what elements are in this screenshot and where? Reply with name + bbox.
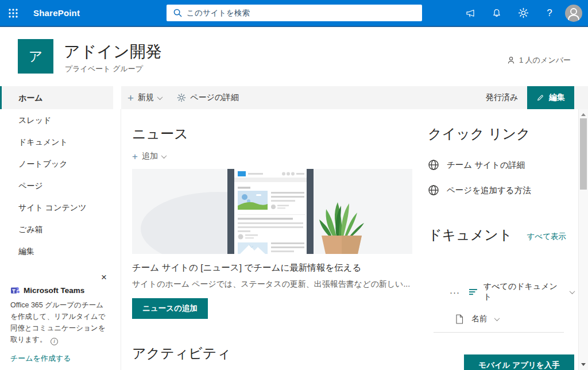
overflow-menu-icon[interactable]: ··· — [450, 287, 460, 297]
news-card-description: サイトのホーム ページでは、ステータスの更新、出張報告書などの新しい... — [132, 279, 412, 290]
pencil-icon — [536, 94, 544, 102]
name-column-header[interactable]: 名前 — [455, 314, 499, 324]
teams-logo-icon — [10, 286, 20, 295]
plus-icon: + — [132, 152, 138, 161]
quick-link-how-to-add-page[interactable]: ページを追加する方法 — [428, 184, 531, 196]
add-news-button[interactable]: ニュースの追加 — [132, 298, 208, 319]
megaphone-icon[interactable] — [457, 0, 483, 26]
create-team-link[interactable]: チームを作成する — [10, 353, 108, 364]
chevron-down-icon — [161, 153, 167, 159]
members-count[interactable]: 1 人のメンバー — [506, 55, 571, 65]
gear-icon — [177, 93, 186, 102]
scroll-up-arrow-icon[interactable] — [581, 113, 586, 116]
account-avatar[interactable] — [565, 5, 582, 22]
see-all-link[interactable]: すべて表示 — [527, 232, 566, 242]
sidebar-item-home[interactable]: ホーム — [0, 86, 113, 109]
site-search[interactable] — [167, 5, 422, 21]
site-title[interactable]: アドイン開発 — [64, 41, 162, 63]
suite-bar: SharePoint — [0, 0, 588, 27]
view-list-icon — [469, 288, 478, 296]
new-button[interactable]: + 新規 — [127, 92, 162, 103]
page-details-button[interactable]: ページの詳細 — [177, 92, 239, 103]
vertical-scrollbar[interactable] — [578, 109, 588, 370]
quick-link-team-site-details[interactable]: チーム サイトの詳細 — [428, 159, 525, 171]
waffle-icon — [8, 8, 18, 18]
settings-gear-icon[interactable] — [510, 0, 536, 26]
left-nav: スレッド ドキュメント ノートブック ページ サイト コンテンツ ごみ箱 編集 … — [0, 109, 121, 370]
scrollbar-thumb[interactable] — [580, 118, 587, 190]
sidebar-item-site-contents[interactable]: サイト コンテンツ — [0, 196, 121, 218]
bell-icon[interactable] — [483, 0, 510, 26]
get-mobile-app-button[interactable]: モバイル アプリを入手 — [464, 354, 574, 370]
site-header: ア アドイン開発 プライベート グループ 1 人のメンバー — [0, 28, 588, 86]
publish-status: 発行済み — [486, 92, 518, 103]
quick-links-heading: クイック リンク — [428, 125, 531, 143]
documents-toolbar: ··· すべてのドキュメント — [450, 282, 574, 302]
chevron-down-icon — [494, 315, 500, 321]
right-column: クイック リンク チーム サイトの詳細 ページを追加する方法 ドキュメント すべ… — [428, 109, 574, 370]
sidebar-item-documents[interactable]: ドキュメント — [0, 131, 121, 153]
close-icon[interactable]: × — [101, 272, 107, 282]
teams-promo-title: Microsoft Teams — [24, 286, 84, 295]
teams-promo: × Microsoft Teams Office 365 グループのチームを作成… — [10, 271, 108, 364]
app-launcher-icon[interactable] — [0, 0, 26, 26]
sidebar-item-pages[interactable]: ページ — [0, 175, 121, 196]
globe-icon — [428, 159, 439, 171]
member-person-icon — [506, 56, 516, 65]
news-placeholder-illustration[interactable] — [132, 169, 412, 254]
view-selector[interactable]: すべてのドキュメント — [469, 282, 574, 302]
document-icon — [455, 314, 463, 324]
sidebar-item-recycle-bin[interactable]: ごみ箱 — [0, 218, 121, 240]
scroll-down-arrow-icon[interactable] — [581, 363, 586, 366]
site-logo[interactable]: ア — [18, 39, 53, 74]
person-silhouette-icon — [565, 5, 582, 22]
documents-heading: ドキュメント — [428, 226, 528, 244]
info-icon[interactable]: i — [51, 338, 58, 345]
globe-icon — [428, 184, 439, 196]
edit-button[interactable]: 編集 — [527, 86, 574, 109]
divider — [434, 332, 564, 333]
add-news-dropdown[interactable]: + 追加 — [132, 151, 412, 161]
plus-icon: + — [127, 92, 134, 103]
sidebar-item-edit[interactable]: 編集 — [0, 240, 121, 262]
news-card-title: チーム サイトの [ニュース] でチームに最新情報を伝える — [132, 262, 412, 274]
chevron-down-icon — [157, 94, 163, 100]
sidebar-item-threads[interactable]: スレッド — [0, 109, 121, 131]
sharepoint-brand[interactable]: SharePoint — [33, 8, 80, 18]
news-heading: ニュース — [132, 125, 412, 143]
search-icon — [173, 9, 182, 17]
help-icon[interactable]: ? — [536, 0, 563, 26]
teams-promo-body: Office 365 グループのチームを作成して、リアルタイムで同僚とコミュニケ… — [10, 299, 108, 345]
command-band: ホーム + 新規 ページの詳細 発行済み 編集 — [0, 86, 588, 109]
site-privacy-label: プライベート グループ — [65, 64, 143, 74]
news-webpart: ニュース + 追加 — [132, 109, 412, 370]
command-bar: + 新規 ページの詳細 発行済み 編集 — [121, 86, 588, 109]
sidebar-item-notebook[interactable]: ノートブック — [0, 153, 121, 175]
search-input[interactable] — [187, 9, 417, 17]
chevron-down-icon — [570, 288, 575, 294]
activity-heading: アクティビティ — [132, 344, 412, 363]
